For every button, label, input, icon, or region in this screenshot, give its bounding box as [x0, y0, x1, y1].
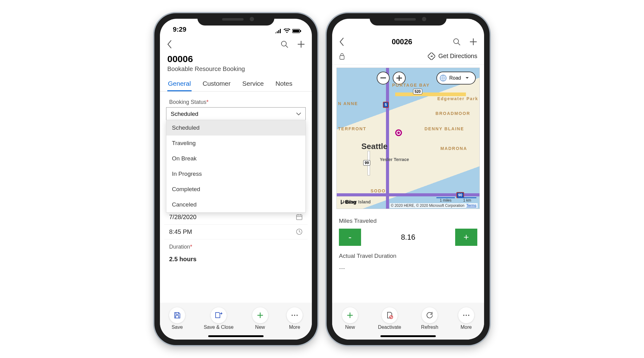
svg-point-18 — [292, 315, 293, 316]
neighborhood-label: Yesler Terrace — [380, 157, 409, 162]
svg-rect-15 — [176, 316, 179, 318]
miles-label: Miles Traveled — [339, 218, 477, 224]
duration-field[interactable]: 2.5 hours — [164, 252, 308, 266]
map-subheader: Get Directions — [332, 48, 484, 65]
neighborhood-label: N ANNE — [338, 101, 358, 106]
tab-notes[interactable]: Notes — [275, 77, 293, 91]
more-icon — [291, 314, 298, 316]
map[interactable]: 5 520 99 90 Road Seattle — [336, 68, 480, 209]
booking-status-label: Booking Status* — [164, 97, 308, 107]
tab-general[interactable]: General — [167, 77, 192, 91]
statusbar-icons — [275, 29, 301, 33]
calendar-icon — [296, 214, 303, 220]
shield-i5: 5 — [383, 102, 389, 108]
svg-point-19 — [294, 315, 295, 316]
app-header: 00026 — [332, 32, 484, 48]
actual-travel-value: --- — [339, 264, 477, 272]
globe-icon — [439, 74, 447, 82]
road-i5 — [386, 68, 389, 209]
neighborhood-label: MADRONA — [440, 146, 467, 151]
map-terms-link[interactable]: Terms — [466, 203, 476, 208]
back-button[interactable] — [339, 37, 351, 46]
map-scale: 1 miles 1 km — [436, 197, 476, 203]
plus-icon — [297, 40, 305, 48]
svg-rect-7 — [296, 215, 302, 220]
new-button[interactable]: New — [252, 307, 268, 330]
get-directions-button[interactable]: Get Directions — [428, 53, 477, 60]
home-indicator[interactable] — [208, 335, 264, 337]
add-button[interactable] — [297, 40, 305, 48]
neighborhood-label: DENNY BLAINE — [424, 126, 464, 131]
directions-icon — [428, 53, 435, 60]
location-pin-icon — [395, 129, 402, 136]
tabs: General Customer Service Notes — [160, 77, 312, 92]
status-option-in-progress[interactable]: In Progress — [166, 166, 305, 182]
svg-line-13 — [299, 232, 300, 232]
status-option-traveling[interactable]: Traveling — [166, 136, 305, 151]
refresh-icon — [426, 311, 434, 319]
time-value: 8:45 PM — [169, 228, 192, 235]
booking-status-value: Scheduled — [171, 111, 198, 117]
minus-icon — [380, 77, 386, 79]
map-credit: © 2020 HERE, © 2020 Microsoft Corporatio… — [390, 203, 478, 208]
svg-rect-27 — [380, 77, 386, 78]
deactivate-icon — [386, 311, 394, 319]
svg-rect-1 — [293, 30, 299, 32]
back-button[interactable] — [167, 40, 179, 49]
phone-right: 00026 Get Directions — [327, 13, 490, 345]
tab-customer[interactable]: Customer — [202, 77, 231, 91]
date-value: 7/28/2020 — [169, 214, 197, 221]
more-button[interactable]: More — [458, 307, 474, 330]
status-option-scheduled[interactable]: Scheduled — [166, 120, 305, 136]
status-option-canceled[interactable]: Canceled — [166, 197, 305, 212]
phone-notch — [197, 13, 274, 26]
search-icon — [453, 38, 461, 46]
add-button[interactable] — [469, 38, 477, 46]
road-520 — [395, 92, 466, 96]
search-button[interactable] — [280, 40, 288, 48]
bing-logo: Bing — [340, 199, 356, 205]
svg-point-20 — [296, 315, 298, 316]
booking-status-dropdown: Scheduled Traveling On Break In Progress… — [166, 120, 306, 213]
map-mode-label: Road — [449, 75, 461, 81]
booking-status-select[interactable]: Scheduled — [166, 107, 306, 121]
more-icon — [463, 314, 470, 316]
home-indicator[interactable] — [380, 335, 436, 337]
actual-travel-field: Actual Travel Duration --- — [332, 246, 484, 272]
status-option-on-break[interactable]: On Break — [166, 151, 305, 166]
save-close-icon — [215, 312, 223, 319]
city-label: Seattle — [361, 142, 388, 151]
neighborhood-label: BROADMOOR — [435, 111, 470, 116]
neighborhood-label: Edgewater Park — [437, 96, 478, 101]
zoom-out-button[interactable] — [377, 72, 390, 85]
bing-icon — [340, 199, 344, 205]
time-field[interactable]: 8:45 PM — [164, 225, 308, 239]
more-button[interactable]: More — [287, 307, 303, 330]
command-bar: New Deactivate Refresh More — [332, 303, 484, 340]
miles-value[interactable]: 8.16 — [401, 233, 415, 242]
form-body: Booking Status* Scheduled Scheduled Trav… — [160, 92, 312, 303]
statusbar-time: 9:29 — [173, 26, 186, 33]
refresh-button[interactable]: Refresh — [421, 307, 438, 330]
svg-line-22 — [458, 43, 460, 45]
status-option-completed[interactable]: Completed — [166, 182, 305, 197]
actual-travel-label: Actual Travel Duration — [339, 253, 477, 259]
svg-point-3 — [281, 41, 286, 46]
title-block: 00006 Bookable Resource Booking — [160, 51, 312, 77]
tab-service[interactable]: Service — [242, 77, 264, 91]
search-button[interactable] — [453, 38, 461, 46]
chevron-left-icon — [339, 37, 344, 46]
neighborhood-label: TERFRONT — [338, 126, 366, 131]
deactivate-button[interactable]: Deactivate — [378, 307, 401, 330]
app-header — [160, 35, 312, 51]
new-button[interactable]: New — [342, 307, 358, 330]
caret-down-icon — [465, 77, 469, 79]
neighborhood-label: PORTAGE BAY — [392, 83, 430, 88]
save-close-button[interactable]: Save & Close — [204, 307, 233, 330]
duration-value: 2.5 hours — [169, 256, 197, 263]
map-mode-select[interactable]: Road — [436, 72, 476, 85]
miles-minus-button[interactable]: - — [339, 229, 361, 246]
miles-traveled-field: Miles Traveled - 8.16 + — [332, 212, 484, 246]
miles-plus-button[interactable]: + — [455, 229, 477, 246]
save-button[interactable]: Save — [169, 307, 185, 330]
